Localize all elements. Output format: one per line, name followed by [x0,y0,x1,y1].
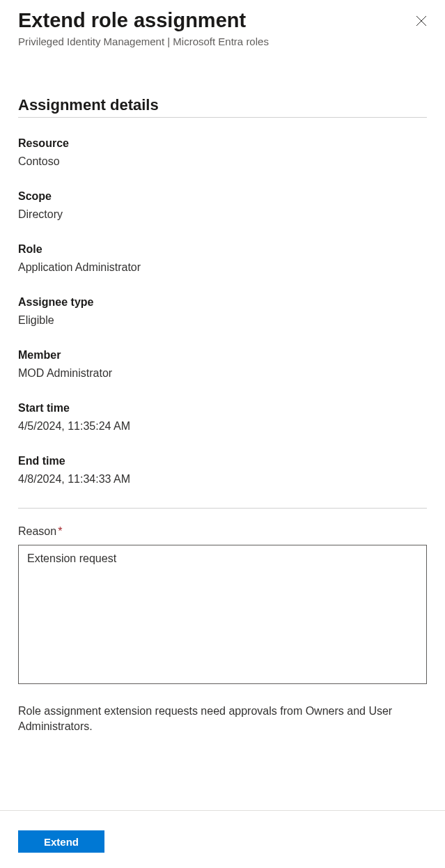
start-time-value: 4/5/2024, 11:35:24 AM [18,420,427,433]
divider [18,508,427,509]
end-time-value: 4/8/2024, 11:34:33 AM [18,473,427,486]
required-indicator: * [58,525,62,537]
reason-input[interactable] [18,545,427,684]
helper-text: Role assignment extension requests need … [18,704,427,735]
resource-label: Resource [18,137,427,150]
footer: Extend [0,810,445,868]
close-icon [416,15,427,26]
assignment-details: Resource Contoso Scope Directory Role Ap… [18,137,427,486]
scope-label: Scope [18,190,427,203]
role-value: Application Administrator [18,261,427,274]
panel-title: Extend role assignment [18,8,246,33]
assignee-type-value: Eligible [18,314,427,327]
start-time-label: Start time [18,402,427,414]
reason-label: Reason* [18,525,427,538]
extend-button[interactable]: Extend [18,830,104,853]
panel-subtitle: Privileged Identity Management | Microso… [18,36,427,47]
close-button[interactable] [413,13,430,31]
section-title: Assignment details [18,96,427,118]
assignee-type-label: Assignee type [18,296,427,309]
scope-value: Directory [18,208,427,221]
member-label: Member [18,349,427,362]
resource-value: Contoso [18,155,427,168]
reason-label-text: Reason [18,525,56,537]
role-label: Role [18,243,427,256]
member-value: MOD Administrator [18,367,427,380]
end-time-label: End time [18,455,427,467]
